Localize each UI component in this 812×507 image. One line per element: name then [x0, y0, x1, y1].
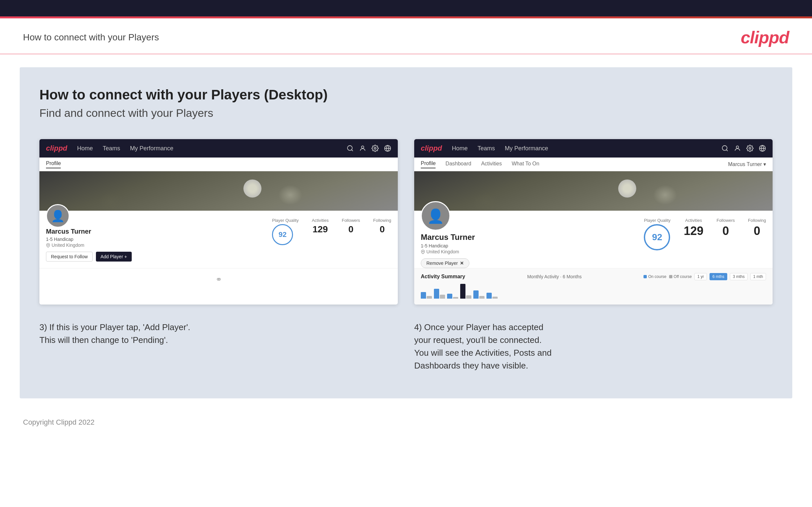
right-following-stat: Following 0 [748, 218, 766, 238]
add-player-button[interactable]: Add Player + [96, 252, 132, 262]
bar-offcourse-6 [492, 297, 498, 299]
period-6mths-button[interactable]: 6 mths [710, 273, 727, 280]
left-nav-my-performance[interactable]: My Performance [130, 145, 173, 152]
left-quality-circle: 92 [272, 224, 293, 245]
right-tab-activities[interactable]: Activities [481, 161, 502, 168]
left-screenshot-footer: ⚭ [39, 268, 398, 291]
bar-oncourse-4 [460, 284, 465, 299]
bar-offcourse-3 [453, 297, 458, 299]
bar-offcourse-2 [440, 295, 445, 299]
activity-header: Activity Summary Monthly Activity · 6 Mo… [421, 273, 766, 280]
header-title: How to connect with your Players [23, 32, 159, 43]
right-banner-bg [414, 171, 773, 211]
globe-icon[interactable] [384, 145, 391, 152]
left-avatar-icon: 👤 [51, 209, 65, 223]
activity-chart [421, 284, 766, 300]
left-following-stat: Following 0 [373, 218, 391, 235]
left-player-name: Marcus Turner [46, 228, 132, 235]
right-tabbar: Profile Dashboard Activities What To On … [414, 158, 773, 171]
chart-group-1 [421, 292, 432, 299]
chart-group-5 [473, 290, 485, 299]
chart-group-3 [447, 294, 458, 299]
right-nav-teams[interactable]: Teams [477, 145, 495, 152]
page-footer: Copyright Clippd 2022 [0, 411, 812, 433]
offcourse-label: Off course [674, 274, 692, 279]
svg-point-6 [48, 244, 49, 245]
main-content: How to connect with your Players (Deskto… [20, 67, 792, 398]
svg-point-13 [422, 251, 423, 252]
remove-x-icon: ✕ [460, 261, 464, 266]
right-user-icon[interactable] [734, 145, 741, 152]
right-activities-stat: Activities 129 [683, 218, 703, 238]
right-profile-info: 👤 Marcus Turner 1-5 Handicap United King… [414, 211, 773, 268]
clippd-logo: clippd [741, 27, 789, 47]
request-follow-button[interactable]: Request to Follow [46, 252, 93, 262]
right-search-icon[interactable] [721, 145, 728, 152]
chart-group-2 [434, 289, 445, 299]
left-activities-stat: Activities 129 [312, 218, 328, 235]
location-icon [46, 243, 50, 247]
right-avatar-icon: 👤 [427, 208, 444, 224]
right-tab-profile[interactable]: Profile [421, 161, 436, 168]
svg-point-9 [736, 146, 739, 148]
settings-icon[interactable] [371, 145, 379, 152]
right-settings-icon[interactable] [746, 145, 754, 152]
right-followers-stat: Followers 0 [716, 218, 735, 238]
activity-period: Monthly Activity · 6 Months [527, 274, 582, 279]
right-player-location: United Kingdom [421, 249, 475, 254]
left-stats: Player Quality 92 Activities 129 Followe… [272, 216, 391, 245]
svg-point-2 [361, 146, 364, 148]
top-bar [0, 0, 812, 16]
caption-left: 3) If this is your Player tap, 'Add Play… [39, 321, 398, 372]
right-nav-my-performance[interactable]: My Performance [505, 145, 548, 152]
right-quality-stat: Player Quality 92 [644, 218, 670, 250]
right-tab-what-to-on[interactable]: What To On [512, 161, 539, 168]
bar-oncourse-6 [487, 293, 492, 299]
scroll-icon: ⚭ [215, 275, 222, 284]
left-quality-stat: Player Quality 92 [272, 218, 299, 245]
left-player-handicap: 1-5 Handicap [46, 237, 132, 242]
left-tab-profile[interactable]: Profile [46, 161, 61, 168]
remove-player-button[interactable]: Remove Player ✕ [421, 258, 469, 268]
oncourse-label: On course [648, 274, 666, 279]
right-location-text: United Kingdom [426, 249, 459, 254]
left-app-logo: clippd [46, 144, 67, 153]
chart-group-4 [460, 284, 471, 299]
caption-left-text: 3) If this is your Player tap, 'Add Play… [39, 322, 190, 345]
left-tabbar: Profile [39, 158, 398, 171]
left-nav-teams[interactable]: Teams [103, 145, 120, 152]
activity-controls: On course Off course 1 yr 6 mths 3 mths … [644, 273, 766, 280]
right-nav-icons [721, 145, 766, 152]
chart-group-6 [487, 293, 498, 299]
right-nav-home[interactable]: Home [452, 145, 468, 152]
right-player-handicap: 1-5 Handicap [421, 243, 475, 248]
period-1mth-button[interactable]: 1 mth [750, 273, 766, 280]
right-navbar: clippd Home Teams My Performance [414, 139, 773, 158]
right-globe-icon[interactable] [759, 145, 766, 152]
captions-row: 3) If this is your Player tap, 'Add Play… [39, 321, 773, 372]
period-3mths-button[interactable]: 3 mths [730, 273, 748, 280]
page-header: How to connect with your Players clippd [0, 18, 812, 54]
bar-offcourse-5 [479, 296, 485, 299]
svg-point-0 [348, 146, 352, 151]
offcourse-legend-dot [669, 275, 672, 278]
right-player-selector[interactable]: Marcus Turner ▾ [728, 161, 766, 167]
svg-point-10 [749, 147, 751, 149]
search-icon[interactable] [347, 145, 354, 152]
page-heading: How to connect with your Players (Deskto… [39, 87, 773, 103]
bar-oncourse-1 [421, 292, 426, 299]
oncourse-legend: On course [644, 274, 666, 279]
left-nav-home[interactable]: Home [77, 145, 93, 152]
right-player-name: Marcus Turner [421, 233, 475, 242]
right-tab-dashboard[interactable]: Dashboard [445, 161, 471, 168]
bar-oncourse-3 [447, 294, 452, 299]
period-1yr-button[interactable]: 1 yr [695, 273, 707, 280]
svg-line-8 [726, 150, 727, 151]
left-location-text: United Kingdom [52, 242, 85, 248]
left-profile-info: 👤 Marcus Turner 1-5 Handicap United King… [39, 211, 398, 268]
copyright-text: Copyright Clippd 2022 [23, 418, 95, 426]
bar-oncourse-5 [473, 290, 478, 299]
right-location-icon [421, 250, 425, 254]
left-navbar: clippd Home Teams My Performance [39, 139, 398, 158]
user-icon[interactable] [359, 145, 366, 152]
